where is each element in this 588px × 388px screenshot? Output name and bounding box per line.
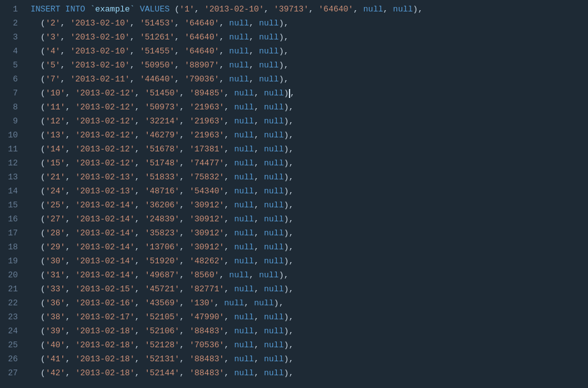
code-line: ('42', '2013-02-18', '52144', '88483', n… (31, 366, 588, 380)
line-number: 2 (5, 17, 18, 31)
line-number: 17 (5, 226, 18, 240)
code-editor: 1234567891011121314151617181920212223242… (0, 0, 588, 388)
code-line: ('29', '2013-02-14', '13706', '30912', n… (31, 240, 588, 254)
code-line: ('30', '2013-02-14', '51920', '48262', n… (31, 254, 588, 268)
code-line: INSERT INTO `example` VALUES ('1', '2013… (31, 3, 588, 17)
line-number: 6 (5, 73, 18, 87)
line-number: 19 (5, 254, 18, 268)
line-number: 9 (5, 114, 18, 128)
line-number: 13 (5, 170, 18, 184)
line-number: 1 (5, 3, 18, 17)
code-line: ('39', '2013-02-18', '52106', '88483', n… (31, 324, 588, 338)
line-number: 14 (5, 184, 18, 198)
line-number: 12 (5, 156, 18, 170)
code-line: ('21', '2013-02-13', '51833', '75832', n… (31, 170, 588, 184)
line-number: 27 (5, 366, 18, 380)
code-line: ('11', '2013-02-12', '50973', '21963', n… (31, 100, 588, 114)
code-line: ('24', '2013-02-13', '48716', '54340', n… (31, 184, 588, 198)
line-numbers: 1234567891011121314151617181920212223242… (0, 0, 23, 388)
line-number: 7 (5, 87, 18, 100)
code-line: ('2', '2013-02-10', '51453', '64640', nu… (31, 17, 588, 31)
code-line: ('5', '2013-02-10', '50950', '88907', nu… (31, 59, 588, 73)
code-line: ('33', '2013-02-15', '45721', '82771', n… (31, 282, 588, 296)
line-number: 25 (5, 338, 18, 352)
line-number: 3 (5, 31, 18, 45)
code-line: ('12', '2013-02-12', '32214', '21963', n… (31, 114, 588, 128)
code-line: ('25', '2013-02-14', '36206', '30912', n… (31, 198, 588, 212)
line-number: 11 (5, 142, 18, 156)
line-number: 22 (5, 296, 18, 310)
line-number: 21 (5, 282, 18, 296)
line-number: 18 (5, 240, 18, 254)
code-line: ('38', '2013-02-17', '52105', '47990', n… (31, 310, 588, 324)
code-line: ('13', '2013-02-12', '46279', '21963', n… (31, 128, 588, 142)
code-line: ('28', '2013-02-14', '35823', '30912', n… (31, 226, 588, 240)
line-number: 16 (5, 212, 18, 226)
line-number: 26 (5, 352, 18, 366)
line-number: 4 (5, 45, 18, 59)
code-content[interactable]: INSERT INTO `example` VALUES ('1', '2013… (23, 0, 588, 388)
code-line: ('40', '2013-02-18', '52128', '70536', n… (31, 338, 588, 352)
code-line: ('31', '2013-02-14', '49687', '8560', nu… (31, 268, 588, 282)
code-line: ('3', '2013-02-10', '51261', '64640', nu… (31, 31, 588, 45)
line-number: 8 (5, 100, 18, 114)
code-line: ('14', '2013-02-12', '51678', '17381', n… (31, 142, 588, 156)
line-number: 15 (5, 198, 18, 212)
line-number: 10 (5, 128, 18, 142)
code-line: ('36', '2013-02-16', '43569', '130', nul… (31, 296, 588, 310)
code-line: ('7', '2013-02-11', '44640', '79036', nu… (31, 73, 588, 87)
code-line: ('41', '2013-02-18', '52131', '88483', n… (31, 352, 588, 366)
code-line: ('10', '2013-02-12', '51450', '89485', n… (31, 87, 588, 100)
code-line: ('15', '2013-02-12', '51748', '74477', n… (31, 156, 588, 170)
line-number: 20 (5, 268, 18, 282)
code-line: ('27', '2013-02-14', '24839', '30912', n… (31, 212, 588, 226)
line-number: 23 (5, 310, 18, 324)
code-line: ('4', '2013-02-10', '51455', '64640', nu… (31, 45, 588, 59)
line-number: 24 (5, 324, 18, 338)
line-number: 5 (5, 59, 18, 73)
